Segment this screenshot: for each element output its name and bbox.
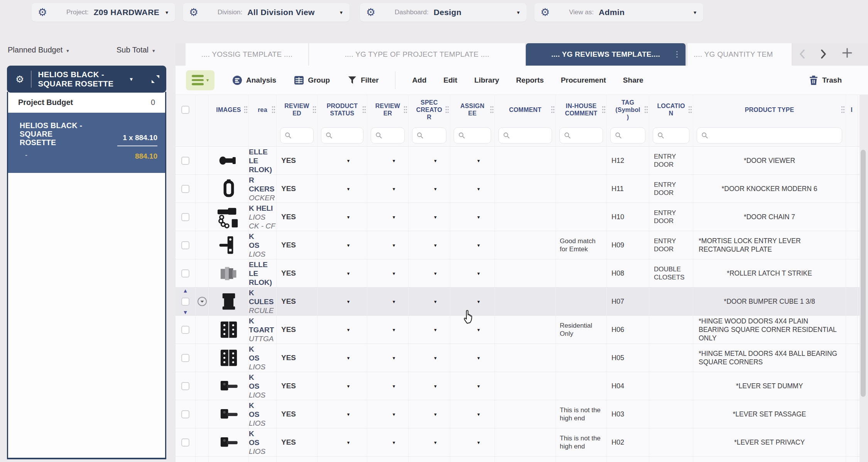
cell-select[interactable]: [176, 231, 196, 259]
dropdown-caret-icon[interactable]: ▾: [393, 186, 395, 192]
cell-in-house-comment[interactable]: [556, 175, 607, 203]
cell-spec-creator[interactable]: ▾: [409, 288, 450, 315]
cell-product-type[interactable]: *HINGE WOOD DOORS 4X4 PLAIN BEARING SQUA…: [693, 316, 846, 344]
gear-icon[interactable]: ⚙: [360, 3, 382, 22]
cell-select[interactable]: ▲▼: [176, 288, 196, 315]
cell-reviewed[interactable]: YES: [277, 147, 317, 174]
planned-budget-dropdown[interactable]: Planned Budget▾: [8, 46, 69, 54]
cell-comment[interactable]: [495, 175, 556, 203]
column-menu-icon[interactable]: [841, 105, 845, 114]
cell-tag[interactable]: H03: [607, 400, 649, 428]
menu-edit[interactable]: Edit: [444, 76, 458, 85]
dropdown-caret-icon[interactable]: ▾: [434, 383, 437, 389]
cell-images[interactable]: [209, 231, 249, 259]
cell-product-status[interactable]: ▾: [317, 259, 367, 287]
row-checkbox[interactable]: [181, 326, 189, 334]
dropdown-caret-icon[interactable]: ▾: [347, 327, 350, 333]
col-header-reviewed[interactable]: REVIEW ED: [277, 95, 317, 124]
cell-select[interactable]: [176, 147, 196, 174]
lever-icon[interactable]: [219, 404, 239, 424]
cell-reviewer[interactable]: ▾: [367, 147, 409, 174]
cell-product-status[interactable]: ▾: [317, 372, 367, 400]
menu-reports[interactable]: Reports: [516, 76, 544, 85]
cell-location[interactable]: ENTRY DOOR: [649, 203, 693, 231]
cell-reviewed[interactable]: YES: [277, 259, 317, 287]
cell-select[interactable]: [176, 372, 196, 400]
cell-reviewer[interactable]: ▾: [367, 344, 409, 372]
dropdown-caret-icon[interactable]: ▾: [347, 214, 350, 220]
dropdown-caret-icon[interactable]: ▾: [347, 299, 350, 305]
cell-assignee[interactable]: ▾: [450, 259, 495, 287]
tabs-scroll-right-icon[interactable]: [819, 48, 827, 61]
cell-images[interactable]: [209, 372, 249, 400]
add-tab-button[interactable]: [841, 47, 853, 60]
cell-product-type[interactable]: *ROLLER LATCH T STRIKE: [693, 259, 846, 287]
dropdown-caret-icon[interactable]: ▾: [393, 158, 395, 164]
dropdown-caret-icon[interactable]: ▾: [434, 299, 437, 305]
column-menu-icon[interactable]: [403, 105, 408, 114]
cell-product-status[interactable]: ▾: [317, 203, 367, 231]
cell-images[interactable]: [209, 203, 249, 231]
cell-location[interactable]: [649, 316, 693, 344]
col-header-tag[interactable]: TAG (Symbol ): [607, 95, 649, 124]
gear-icon[interactable]: ⚙: [32, 3, 53, 22]
cell-location[interactable]: ENTRY DOOR: [649, 231, 693, 259]
cell-in-house-comment[interactable]: [556, 259, 607, 287]
cell-reviewed[interactable]: YES: [277, 175, 317, 203]
cell-tag[interactable]: H12: [607, 147, 649, 174]
cell-in-house-comment[interactable]: Residential Only: [556, 316, 607, 344]
cell-in-house-comment[interactable]: Good match for Emtek: [556, 231, 607, 259]
column-menu-icon[interactable]: [688, 105, 692, 114]
menu-add[interactable]: Add: [412, 76, 427, 85]
cell-comment[interactable]: [495, 400, 556, 428]
cell-product-status[interactable]: ▾: [317, 457, 367, 462]
cell-select[interactable]: [176, 175, 196, 203]
cell-reviewed[interactable]: YES: [277, 316, 317, 344]
dropdown-caret-icon[interactable]: ▾: [347, 383, 350, 389]
tabs-scroll-left-icon[interactable]: [798, 48, 807, 61]
cell-reviewer[interactable]: ▾: [367, 203, 409, 231]
sub-total-dropdown[interactable]: Sub Total▾: [117, 46, 155, 54]
cell-reviewer[interactable]: ▾: [367, 288, 409, 315]
cell-assignee[interactable]: ▾: [450, 203, 495, 231]
cell-images[interactable]: [209, 316, 249, 344]
cell-images[interactable]: [209, 428, 249, 456]
cube-bumper-icon[interactable]: [219, 291, 239, 311]
cell-spec-creator[interactable]: ▾: [409, 428, 450, 456]
col-header-assignee[interactable]: ASSIGN EE: [450, 95, 495, 124]
expand-icon[interactable]: [151, 74, 160, 84]
cell-comment[interactable]: [495, 372, 556, 400]
group-button[interactable]: Group: [294, 75, 330, 85]
select-all-checkbox[interactable]: [181, 106, 189, 114]
dropdown-caret-icon[interactable]: ▾: [477, 327, 480, 333]
cell-assignee[interactable]: ▾: [450, 175, 495, 203]
cell-tag[interactable]: H08: [607, 259, 649, 287]
cell-location[interactable]: [649, 372, 693, 400]
cell-product-type[interactable]: *HINGE METAL DOORS 4X4 BALL BEARING SQUA…: [693, 344, 846, 372]
roller-latch-icon[interactable]: [219, 263, 239, 283]
cell-images[interactable]: [209, 175, 249, 203]
column-menu-icon[interactable]: [362, 105, 366, 114]
cell-comment[interactable]: [495, 231, 556, 259]
cell-tag[interactable]: H07: [607, 288, 649, 315]
col-header-spec-creator[interactable]: SPEC CREATO R: [409, 95, 450, 124]
cell-images[interactable]: [209, 400, 249, 428]
cell-location[interactable]: ENTRY DOOR: [649, 175, 693, 203]
tab-yossig-template[interactable]: .... YOSSIG TEMPLATE ....: [186, 43, 308, 66]
dropdown-caret-icon[interactable]: ▾: [393, 355, 395, 361]
cell-location[interactable]: [649, 428, 693, 456]
column-menu-icon[interactable]: [490, 105, 494, 114]
cell-tag[interactable]: H05: [607, 344, 649, 372]
dropdown-caret-icon[interactable]: ▾: [434, 214, 437, 220]
col-header-product-type[interactable]: PRODUCT TYPE: [693, 95, 846, 124]
cell-assignee[interactable]: ▾: [450, 400, 495, 428]
cell-assignee[interactable]: ▾: [450, 457, 495, 462]
cell-reviewer[interactable]: ▾: [367, 428, 409, 456]
column-menu-icon[interactable]: [644, 105, 648, 114]
mortise-lock-icon[interactable]: [219, 235, 239, 255]
cell-product-status[interactable]: ▾: [317, 288, 367, 315]
col-header-images[interactable]: IMAGES: [209, 95, 249, 124]
row-checkbox[interactable]: [181, 382, 189, 390]
cell-product-type[interactable]: *MORTISE LOCK ENTRY LEVER RECTANGULAR PL…: [693, 231, 846, 259]
cell-expand[interactable]: [196, 288, 209, 315]
